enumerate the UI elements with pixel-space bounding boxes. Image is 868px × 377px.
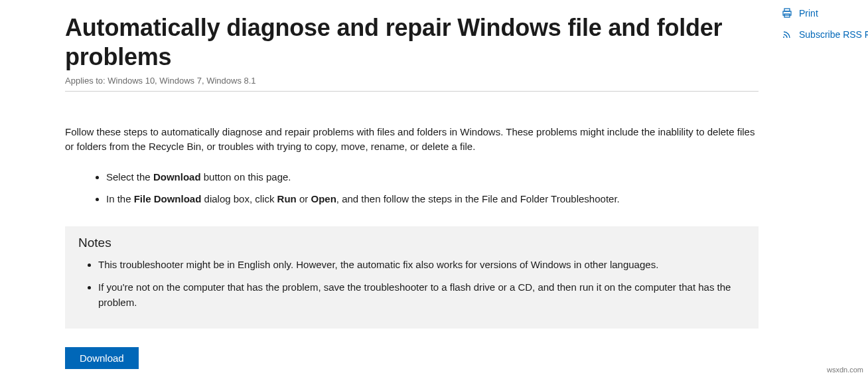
- side-actions: Print Subscribe RSS F: [782, 8, 868, 50]
- step-bold: Download: [153, 171, 201, 183]
- step-item: Select the Download button on this page.: [106, 168, 759, 186]
- download-button[interactable]: Download: [65, 347, 139, 369]
- print-label: Print: [799, 8, 818, 19]
- step-text: , and then follow the steps in the File …: [336, 193, 620, 204]
- note-item: If you're not on the computer that has t…: [98, 279, 745, 311]
- divider: [65, 91, 759, 92]
- step-bold: File Download: [134, 193, 202, 204]
- step-text: Select the: [106, 171, 153, 183]
- step-text: dialog box, click: [201, 193, 277, 204]
- rss-link[interactable]: Subscribe RSS F: [782, 29, 868, 40]
- rss-icon: [782, 29, 792, 40]
- print-icon: [782, 8, 792, 19]
- notes-heading: Notes: [78, 236, 745, 250]
- print-link[interactable]: Print: [782, 8, 868, 19]
- step-text: In the: [106, 193, 134, 204]
- intro-paragraph: Follow these steps to automatically diag…: [65, 125, 759, 154]
- steps-list: Select the Download button on this page.…: [65, 168, 759, 208]
- attribution: wsxdn.com: [825, 365, 865, 374]
- svg-rect-0: [784, 9, 790, 11]
- note-item: This troubleshooter might be in English …: [98, 257, 745, 272]
- step-text: or: [297, 193, 311, 204]
- applies-to: Applies to: Windows 10, Windows 7, Windo…: [65, 76, 759, 86]
- page-title: Automatically diagnose and repair Window…: [65, 13, 759, 72]
- step-bold: Open: [311, 193, 336, 204]
- rss-label: Subscribe RSS F: [799, 29, 868, 40]
- notes-box: Notes This troubleshooter might be in En…: [65, 226, 759, 329]
- step-item: In the File Download dialog box, click R…: [106, 190, 759, 208]
- notes-list: This troubleshooter might be in English …: [78, 257, 745, 310]
- step-bold: Run: [277, 193, 297, 204]
- step-text: button on this page.: [201, 171, 291, 183]
